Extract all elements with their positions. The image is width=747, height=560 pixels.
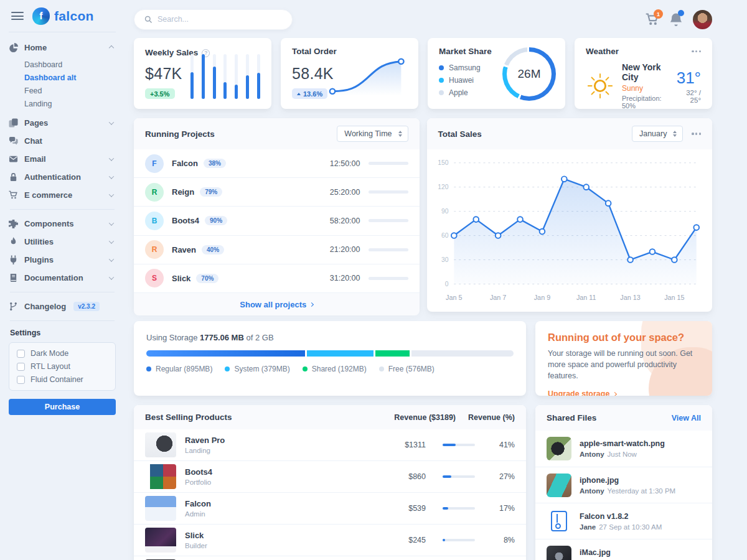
product-category[interactable]: Admin [185,510,211,518]
storage-segment [307,350,374,357]
working-time-select[interactable]: Working Time [337,126,408,142]
view-all-link[interactable]: View All [672,414,701,422]
shared-files-card: Shared Files View All apple-smart-watch.… [535,405,712,560]
checkbox-icon[interactable] [17,350,25,358]
sales-chart-svg: 0306090120150Jan 5Jan 7Jan 9Jan 11Jan 13… [430,153,707,307]
svg-text:Jan 11: Jan 11 [576,294,596,301]
file-row[interactable]: iphone.jpgAntonyYesterday at 1:30 PM [535,467,712,503]
svg-text:0: 0 [444,281,448,287]
product-row: Raven ProLanding$131141% [134,429,526,461]
product-percent: 27% [479,472,515,481]
file-thumbnail [547,437,571,460]
dark-mode-toggle[interactable]: Dark Mode [17,349,108,358]
file-row[interactable]: apple-smart-watch.pngAntonyJust Now [535,431,712,467]
product-thumbnail [145,528,176,553]
sidebar-item-dashboard-alt[interactable]: Dashboard alt [24,71,116,84]
file-time: 27 Sep at 10:30 AM [599,523,662,531]
project-percent-badge: 40% [202,245,224,254]
best-selling-products-card: Best Selling Products Revenue ($3189) Re… [134,405,526,560]
running-projects-footer: Show all projects [134,293,420,315]
sidebar-item-pages[interactable]: Pages [9,114,116,132]
lock-icon [9,172,18,182]
purchase-button[interactable]: Purchase [9,399,116,415]
sidebar-item-plugins[interactable]: Plugins [9,251,116,269]
upgrade-storage-link[interactable]: Upgrade storage [548,390,616,396]
bar-fill [257,73,260,99]
more-options-icon[interactable] [692,48,701,55]
file-row[interactable]: Falcon v1.8.2Jane27 Sep at 10:30 AM [535,503,712,539]
show-all-projects-link[interactable]: Show all projects [240,300,313,309]
legend-label: Samsung [449,63,481,72]
user-avatar[interactable] [693,10,712,29]
card-title: Total Sales [438,129,482,139]
product-bar-wrap [426,507,479,510]
weekly-sales-badge: +3.5% [145,88,175,99]
sort-arrows-icon [398,131,402,137]
fluid-container-toggle[interactable]: Fluid Container [17,375,108,384]
month-select[interactable]: January [632,126,683,142]
bar [257,54,260,99]
product-progress-fill [443,539,445,541]
sidebar-item-home[interactable]: Home [9,39,116,57]
storage-card: Using Storage 1775.06 MB of 2 GB Regular… [134,321,526,396]
sidebar-item-dashboard[interactable]: Dashboard [24,58,116,71]
project-progress-bar [369,219,408,222]
file-name: Falcon v1.8.2 [580,512,662,521]
falcon-logo[interactable]: f falcon [32,7,94,25]
project-avatar: F [145,154,164,173]
checkbox-icon[interactable] [17,376,25,384]
project-row: RRaven40%21:20:00 [134,236,420,264]
sidebar-item-changelog[interactable]: Changelog v2.3.2 [9,297,116,315]
cart-button[interactable]: 1 [646,12,659,26]
sidebar-item-utilities[interactable]: Utilities [9,233,116,251]
file-row[interactable]: iMac.jpgRowen23 Sep at 6:10 PM [535,539,712,560]
hamburger-menu-icon[interactable] [11,12,24,20]
project-percent-badge: 90% [205,216,227,225]
bottom-row: Best Selling Products Revenue ($3189) Re… [134,405,712,560]
product-category[interactable]: Landing [185,447,225,454]
legend-label: Shared (192MB) [312,365,367,373]
project-name: Falcon [172,159,198,168]
product-progress-bar [443,507,475,510]
bar [223,54,227,99]
total-sales-line-chart: 0306090120150Jan 5Jan 7Jan 9Jan 11Jan 13… [427,149,713,310]
file-time: Yesterday at 1:30 PM [608,487,676,495]
sidebar-item-landing[interactable]: Landing [24,97,116,110]
version-badge: v2.3.2 [73,302,100,311]
best-selling-list: Raven ProLanding$131141%Boots4Portfolio$… [134,429,526,560]
product-revenue: $245 [360,536,426,544]
storage-segment [146,350,305,357]
sidebar-item-components[interactable]: Components [9,215,116,233]
sidebar-item-label: Documentation [24,273,83,282]
search-input[interactable] [157,15,282,24]
sidebar-item-feed[interactable]: Feed [24,84,116,97]
total-order-card: Total Order 58.4K 13.6% [281,38,418,109]
sidebar-item-ecommerce[interactable]: E commerce [9,186,116,204]
sidebar-item-authentication[interactable]: Authentication [9,168,116,186]
bar-fill [202,54,205,99]
rtl-layout-toggle[interactable]: RTL Layout [17,362,108,371]
notifications-button[interactable] [669,12,683,26]
search-bar[interactable] [134,9,293,30]
legend-dot [225,366,230,371]
product-row: SlickBuilder$2458% [134,525,526,556]
product-category[interactable]: Portfolio [185,478,212,486]
storage-used: 1775.06 MB [200,333,244,342]
sidebar-item-label: Email [24,154,46,164]
legend-label: Huawei [449,76,474,85]
file-meta: AntonyJust Now [580,450,665,458]
project-avatar: B [145,212,164,230]
product-row: Boots4Portfolio$86027% [134,461,526,493]
product-category[interactable]: Builder [185,542,207,549]
document-file-icon [551,511,567,531]
sidebar-item-email[interactable]: Email [9,150,116,168]
legend-dot [379,366,384,371]
product-info: FalconAdmin [145,496,360,521]
more-options-icon[interactable] [692,130,701,137]
sidebar: f falcon Home Dashboard Dashboard alt Fe… [0,0,125,560]
sidebar-item-documentation[interactable]: Documentation [9,269,116,287]
file-text: iphone.jpgAntonyYesterday at 1:30 PM [580,476,675,495]
checkbox-icon[interactable] [17,363,25,371]
legend-item: Free (576MB) [379,365,435,373]
sidebar-item-chat[interactable]: Chat [9,132,116,150]
